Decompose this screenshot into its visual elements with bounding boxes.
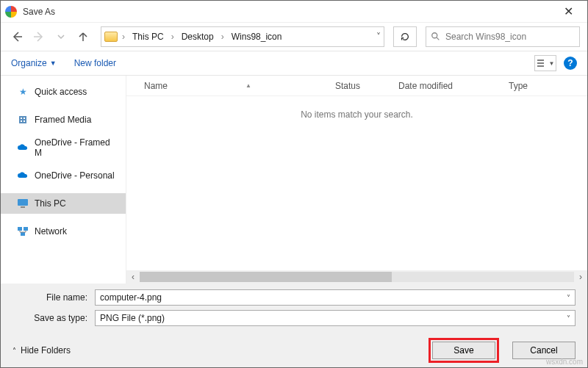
sidebar-item-onedrive-work[interactable]: OneDrive - Framed M	[1, 137, 126, 158]
search-input[interactable]: Search Wins98_icon	[426, 26, 580, 47]
svg-rect-4	[21, 120, 22, 122]
filename-label: File name:	[12, 292, 95, 303]
svg-rect-6	[18, 199, 28, 206]
help-button[interactable]: ?	[564, 57, 577, 70]
col-modified[interactable]: Date modified	[398, 81, 509, 91]
organize-menu[interactable]: Organize ▼	[11, 58, 57, 68]
crumb-desktop[interactable]: Desktop	[179, 30, 217, 43]
sidebar-item-this-pc[interactable]: This PC	[1, 193, 126, 214]
chevron-down-icon: ▼	[50, 59, 57, 67]
svg-rect-8	[18, 227, 22, 231]
nav-forward-button[interactable]	[30, 28, 48, 46]
address-bar[interactable]: › This PC › Desktop › Wins98_icon ˅	[101, 26, 384, 47]
chevron-up-icon: ˄	[12, 347, 16, 355]
scroll-right-icon[interactable]: ›	[574, 272, 587, 282]
highlight-annotation: Save	[429, 338, 499, 363]
search-placeholder: Search Wins98_icon	[445, 32, 526, 42]
chevron-right-icon[interactable]: ›	[218, 32, 227, 42]
address-dropdown-icon[interactable]: ˅	[376, 32, 381, 42]
svg-point-0	[432, 33, 437, 38]
cloud-icon	[17, 170, 29, 181]
chevron-right-icon[interactable]: ›	[119, 32, 128, 42]
svg-rect-9	[24, 227, 28, 231]
navigation-tree: ★ Quick access Framed Media OneDrive - F…	[1, 76, 126, 284]
cloud-icon	[17, 142, 29, 154]
watermark: wsxdn.com	[546, 358, 583, 366]
search-icon	[431, 32, 441, 42]
chevron-down-icon[interactable]: ˅	[567, 314, 570, 322]
nav-back-button[interactable]	[8, 28, 26, 46]
refresh-button[interactable]	[393, 26, 417, 47]
sort-asc-icon: ▲	[245, 82, 251, 89]
svg-rect-7	[21, 206, 25, 208]
svg-rect-10	[21, 232, 25, 236]
new-folder-button[interactable]: New folder	[74, 58, 116, 68]
window-title: Save As	[23, 7, 553, 17]
filename-input[interactable]: computer-4.png ˅	[95, 289, 576, 306]
sidebar-item-framed-media[interactable]: Framed Media	[1, 109, 126, 130]
chevron-down-icon[interactable]: ˅	[567, 294, 570, 302]
scroll-left-icon[interactable]: ‹	[126, 272, 140, 282]
chevron-down-icon: ▼	[549, 60, 555, 67]
folder-icon	[104, 32, 118, 42]
crumb-this-pc[interactable]: This PC	[129, 30, 167, 43]
building-icon	[17, 114, 29, 126]
recent-locations-dropdown[interactable]	[52, 28, 70, 46]
svg-rect-2	[21, 118, 22, 119]
network-icon	[17, 226, 29, 237]
filetype-select[interactable]: PNG File (*.png) ˅	[95, 310, 576, 326]
svg-rect-5	[24, 120, 25, 122]
star-icon: ★	[17, 86, 29, 98]
chevron-right-icon[interactable]: ›	[168, 32, 177, 42]
sidebar-item-onedrive-personal[interactable]: OneDrive - Personal	[1, 165, 126, 186]
save-button[interactable]: Save	[432, 342, 495, 359]
pc-icon	[17, 198, 29, 209]
col-name[interactable]: Name	[144, 81, 168, 91]
chrome-icon	[5, 6, 17, 18]
sidebar-item-quick-access[interactable]: ★ Quick access	[1, 82, 126, 102]
scroll-thumb[interactable]	[140, 272, 392, 282]
sidebar-item-network[interactable]: Network	[1, 221, 126, 242]
hide-folders-toggle[interactable]: ˄ Hide Folders	[12, 345, 71, 356]
svg-rect-1	[19, 116, 26, 123]
empty-message: No items match your search.	[126, 96, 587, 270]
cancel-button[interactable]: Cancel	[512, 342, 576, 359]
filetype-label: Save as type:	[12, 313, 95, 323]
column-headers: Name ▲ Status Date modified Type	[126, 76, 587, 96]
col-status[interactable]: Status	[335, 81, 398, 91]
close-button[interactable]: ✕	[553, 4, 583, 18]
crumb-folder[interactable]: Wins98_icon	[229, 30, 285, 43]
nav-up-button[interactable]	[74, 28, 92, 46]
col-type[interactable]: Type	[509, 81, 587, 91]
svg-rect-3	[24, 118, 25, 119]
view-options-button[interactable]: ▼	[534, 55, 556, 71]
horizontal-scrollbar[interactable]: ‹ ›	[126, 270, 587, 284]
